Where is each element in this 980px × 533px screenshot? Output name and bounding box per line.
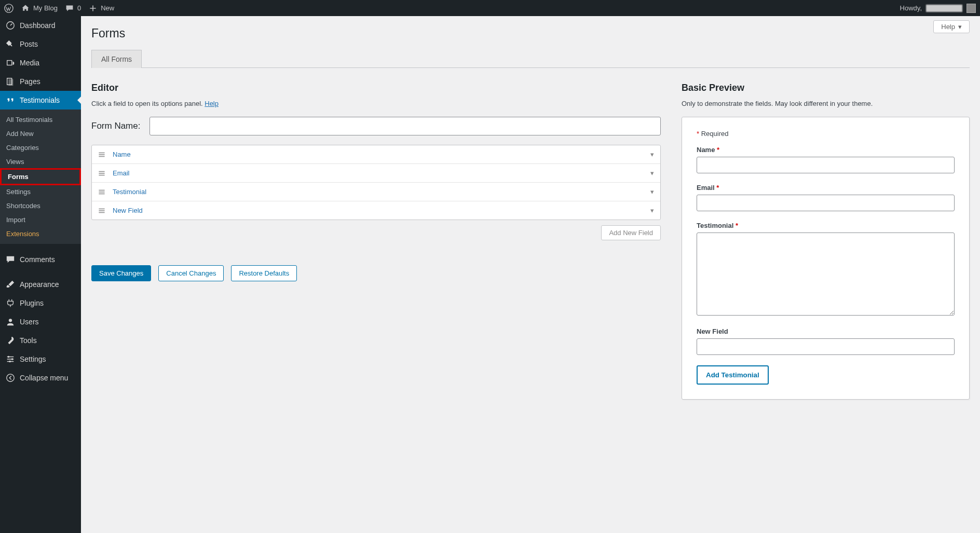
quote-icon	[5, 95, 16, 105]
menu-item-plugins[interactable]: Plugins	[0, 294, 81, 312]
menu-item-users[interactable]: Users	[0, 312, 81, 331]
tabs: All Forms	[91, 50, 970, 68]
preview-field-label: New Field	[697, 327, 955, 335]
menu-label: Users	[20, 318, 39, 326]
svg-point-9	[7, 374, 14, 381]
site-link[interactable]: My Blog	[21, 4, 58, 13]
collapse-icon	[5, 373, 16, 383]
submenu-item-categories[interactable]: Categories	[0, 141, 81, 155]
menu-item-appearance[interactable]: Appearance	[0, 275, 81, 294]
comment-icon	[5, 254, 16, 265]
plus-icon	[88, 4, 98, 13]
field-row[interactable]: New Field▾	[92, 201, 660, 220]
comments-count: 0	[77, 4, 81, 12]
menu-label: Testimonials	[20, 96, 60, 104]
drag-handle-icon[interactable]	[98, 170, 107, 177]
menu-item-media[interactable]: Media	[0, 53, 81, 72]
preview-input[interactable]	[697, 195, 955, 211]
media-icon	[5, 58, 16, 68]
comment-icon	[65, 4, 74, 13]
menu-label: Pages	[20, 77, 40, 86]
svg-rect-4	[8, 79, 13, 86]
save-button[interactable]: Save Changes	[91, 265, 151, 281]
help-tab[interactable]: Help ▾	[933, 20, 970, 33]
menu-label: Appearance	[20, 280, 59, 289]
home-icon	[21, 4, 30, 13]
submenu-item-add-new[interactable]: Add New	[0, 127, 81, 141]
field-label[interactable]: Name	[113, 151, 650, 158]
drag-handle-icon[interactable]	[98, 188, 107, 196]
preview-field: New Field	[697, 327, 955, 355]
preview-field: Testimonial *	[697, 222, 955, 317]
field-row[interactable]: Testimonial▾	[92, 183, 660, 201]
submenu-item-shortcodes[interactable]: Shortcodes	[0, 199, 81, 213]
wordpress-logo-icon	[4, 4, 13, 13]
menu-item-dashboard[interactable]: Dashboard	[0, 16, 81, 35]
editor-hint-text: Click a field to open its options panel.	[91, 100, 205, 107]
tab-all-forms[interactable]: All Forms	[91, 50, 142, 68]
wp-logo[interactable]	[4, 4, 13, 13]
preview-textarea[interactable]	[697, 233, 955, 316]
submenu-item-views[interactable]: Views	[0, 155, 81, 169]
avatar	[967, 4, 976, 13]
submenu-item-extensions[interactable]: Extensions	[0, 227, 81, 241]
drag-handle-icon[interactable]	[98, 151, 107, 158]
drag-handle-icon[interactable]	[98, 207, 107, 214]
page-icon	[5, 76, 16, 87]
expand-caret-icon[interactable]: ▾	[650, 151, 654, 158]
preview-box: * Required Name *Email *Testimonial *New…	[682, 117, 970, 400]
preview-input[interactable]	[697, 157, 955, 173]
admin-sidebar: DashboardPostsMediaPagesTestimonialsAll …	[0, 16, 81, 420]
preview-field: Name *	[697, 146, 955, 173]
menu-item-pages[interactable]: Pages	[0, 72, 81, 91]
preview-hint: Only to demonstrate the fields. May look…	[682, 100, 970, 107]
menu-label: Comments	[20, 255, 55, 264]
submenu-item-import[interactable]: Import	[0, 213, 81, 227]
pin-icon	[5, 39, 16, 49]
submenu-item-settings[interactable]: Settings	[0, 185, 81, 199]
content-area: Help ▾ Forms All Forms Editor Click a fi…	[81, 16, 980, 420]
form-name-input[interactable]	[149, 117, 661, 135]
field-label[interactable]: Email	[113, 169, 650, 177]
restore-button[interactable]: Restore Defaults	[231, 265, 297, 281]
menu-item-comments[interactable]: Comments	[0, 250, 81, 269]
field-row[interactable]: Email▾	[92, 164, 660, 183]
menu-item-settings[interactable]: Settings	[0, 350, 81, 368]
expand-caret-icon[interactable]: ▾	[650, 188, 654, 196]
menu-item-tools[interactable]: Tools	[0, 331, 81, 350]
account-menu[interactable]: Howdy,	[900, 4, 976, 13]
field-label[interactable]: New Field	[113, 207, 650, 214]
expand-caret-icon[interactable]: ▾	[650, 207, 654, 214]
user-icon	[5, 317, 16, 327]
admin-toolbar: My Blog 0 New Howdy,	[0, 0, 980, 16]
new-label: New	[101, 4, 114, 12]
menu-item-collapse-menu[interactable]: Collapse menu	[0, 368, 81, 387]
menu-item-testimonials[interactable]: Testimonials	[0, 91, 81, 110]
submenu-item-all-testimonials[interactable]: All Testimonials	[0, 113, 81, 127]
preview-input[interactable]	[697, 338, 955, 355]
editor-help-link[interactable]: Help	[205, 100, 219, 107]
brush-icon	[5, 279, 16, 290]
required-note: * Required	[697, 130, 955, 138]
submenu-testimonials: All TestimonialsAdd NewCategoriesViewsFo…	[0, 110, 81, 244]
submenu-item-forms[interactable]: Forms	[0, 168, 81, 185]
preview-field-label: Name *	[697, 146, 955, 154]
cancel-button[interactable]: Cancel Changes	[158, 265, 224, 281]
new-link[interactable]: New	[88, 4, 114, 13]
menu-item-posts[interactable]: Posts	[0, 35, 81, 53]
svg-point-5	[9, 319, 12, 322]
preview-field-label: Email *	[697, 184, 955, 192]
comments-link[interactable]: 0	[65, 4, 81, 13]
submit-button[interactable]: Add Testimonial	[697, 365, 769, 385]
editor-hint: Click a field to open its options panel.…	[91, 100, 661, 107]
expand-caret-icon[interactable]: ▾	[650, 169, 654, 177]
add-new-field-button[interactable]: Add New Field	[601, 225, 661, 240]
preview-field: Email *	[697, 184, 955, 211]
caret-down-icon: ▾	[958, 23, 962, 31]
menu-label: Media	[20, 59, 39, 67]
menu-label: Dashboard	[20, 21, 56, 30]
field-label[interactable]: Testimonial	[113, 188, 650, 196]
field-row[interactable]: Name▾	[92, 145, 660, 164]
help-label: Help	[941, 23, 955, 31]
plug-icon	[5, 298, 16, 308]
